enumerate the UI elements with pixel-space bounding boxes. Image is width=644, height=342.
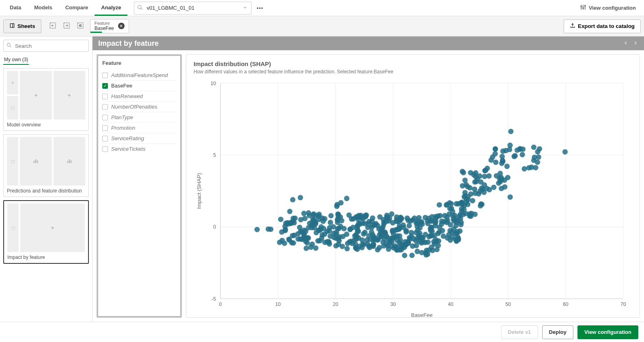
svg-point-532 xyxy=(476,191,481,197)
svg-text:40: 40 xyxy=(448,301,454,307)
svg-point-287 xyxy=(353,242,358,247)
svg-point-7 xyxy=(584,5,586,6)
svg-point-80 xyxy=(283,227,288,232)
selection-forward-icon[interactable] xyxy=(62,21,71,31)
checkbox-icon[interactable] xyxy=(102,94,108,99)
svg-point-497 xyxy=(460,183,465,188)
filter-chip-feature[interactable]: Feature BaseFee ✕ xyxy=(90,19,129,33)
sheet-card-impact-by-feature[interactable]: ▢ ✦ Impact by feature xyxy=(3,200,89,264)
svg-point-417 xyxy=(419,219,424,224)
svg-point-219 xyxy=(389,211,394,216)
checkbox-icon[interactable] xyxy=(102,136,108,141)
svg-point-407 xyxy=(429,244,434,250)
svg-point-289 xyxy=(365,225,370,230)
svg-point-261 xyxy=(379,232,384,237)
checkbox-icon[interactable] xyxy=(102,115,108,120)
checkbox-icon[interactable] xyxy=(102,146,108,152)
next-sheet-icon[interactable] xyxy=(633,39,638,48)
more-menu-button[interactable]: ••• xyxy=(256,5,263,11)
content-row: Feature AdditionalFeatureSpend✓BaseFeeHa… xyxy=(93,50,644,322)
selection-clear-icon[interactable] xyxy=(76,21,84,31)
tab-compare[interactable]: Compare xyxy=(59,0,95,16)
svg-point-132 xyxy=(317,238,323,243)
feature-item-servicetickets[interactable]: ServiceTickets xyxy=(102,144,176,154)
svg-point-230 xyxy=(386,246,391,252)
svg-text:10: 10 xyxy=(275,301,281,307)
svg-point-3 xyxy=(581,6,582,7)
svg-point-512 xyxy=(462,177,467,183)
svg-point-165 xyxy=(339,218,344,223)
sheets-label: Sheets xyxy=(17,23,35,29)
tab-data[interactable]: Data xyxy=(3,0,28,16)
svg-point-5 xyxy=(583,8,584,9)
sheets-button[interactable]: Sheets xyxy=(3,19,41,33)
svg-point-559 xyxy=(493,146,498,152)
feature-item-label: ServiceRating xyxy=(111,135,144,141)
svg-point-54 xyxy=(254,227,260,232)
svg-point-515 xyxy=(470,198,475,203)
sheet-card-model-overview[interactable]: ✦▢ ✦ ✦ Model overview xyxy=(3,68,89,131)
svg-text:5: 5 xyxy=(213,152,216,158)
svg-point-478 xyxy=(437,225,442,230)
svg-point-377 xyxy=(428,233,433,238)
svg-point-533 xyxy=(472,179,478,184)
sheets-search-input[interactable] xyxy=(3,40,89,52)
svg-rect-23 xyxy=(70,160,71,163)
svg-point-521 xyxy=(461,207,467,212)
sheets-icon xyxy=(9,23,15,30)
model-select[interactable]: v01_LGBMC_01_01 xyxy=(134,2,252,15)
close-icon[interactable]: ✕ xyxy=(118,23,125,29)
svg-point-527 xyxy=(472,212,478,217)
feature-item-promotion[interactable]: Promotion xyxy=(102,123,176,133)
feature-item-basefee[interactable]: ✓BaseFee xyxy=(102,81,176,91)
checkbox-icon[interactable]: ✓ xyxy=(102,83,108,89)
svg-point-538 xyxy=(486,173,491,179)
svg-point-297 xyxy=(371,234,376,239)
svg-point-420 xyxy=(435,243,441,248)
tab-models[interactable]: Models xyxy=(28,0,59,16)
deploy-button[interactable]: Deploy xyxy=(542,325,573,339)
svg-point-409 xyxy=(428,228,433,233)
main-area: My own (3) ✦▢ ✦ ✦ Model overview ▢ Predi… xyxy=(0,36,644,322)
checkbox-icon[interactable] xyxy=(102,73,108,78)
selection-back-icon[interactable] xyxy=(49,21,57,31)
svg-point-588 xyxy=(562,149,568,154)
chart-area[interactable]: 010203040506070-50510BaseFeeImpact (SHAP… xyxy=(194,79,632,321)
export-data-button[interactable]: Export data to catalog xyxy=(564,19,641,33)
svg-point-127 xyxy=(338,224,343,229)
svg-point-411 xyxy=(415,235,420,241)
checkbox-icon[interactable] xyxy=(102,104,108,110)
svg-point-583 xyxy=(529,165,534,170)
svg-point-579 xyxy=(536,154,541,160)
svg-point-531 xyxy=(471,172,476,177)
view-configuration-link[interactable]: View configuration xyxy=(580,4,641,12)
view-configuration-button[interactable]: View configuration xyxy=(577,325,638,339)
svg-point-524 xyxy=(461,212,466,217)
feature-item-servicerating[interactable]: ServiceRating xyxy=(102,133,176,144)
svg-point-362 xyxy=(419,240,424,246)
tab-analyze[interactable]: Analyze xyxy=(95,0,127,16)
svg-point-372 xyxy=(410,244,415,249)
sheets-search xyxy=(3,40,89,52)
sheet-card-predictions[interactable]: ▢ Predictions and feature distribution xyxy=(3,134,89,197)
prev-sheet-icon[interactable] xyxy=(623,39,629,48)
svg-point-174 xyxy=(326,239,332,244)
sheet-label: Predictions and feature distribution xyxy=(7,188,85,194)
feature-item-label: AdditionalFeatureSpend xyxy=(111,72,168,78)
svg-point-166 xyxy=(335,212,340,217)
svg-text:60: 60 xyxy=(563,301,569,307)
bottom-bar: Delete v1 Deploy View configuration xyxy=(0,322,644,342)
svg-point-163 xyxy=(344,231,349,237)
puzzle-icon: ✦ xyxy=(67,92,71,98)
chart-subtitle: How different values in a selected featu… xyxy=(194,69,632,75)
feature-item-additionalfeaturespend[interactable]: AdditionalFeatureSpend xyxy=(102,70,176,81)
feature-item-numberofpenalties[interactable]: NumberOfPenalties xyxy=(102,102,176,112)
svg-point-558 xyxy=(489,157,494,162)
svg-point-550 xyxy=(504,164,510,169)
feature-item-hasrenewed[interactable]: HasRenewed xyxy=(102,91,176,102)
feature-item-label: PlanType xyxy=(111,114,133,120)
checkbox-icon[interactable] xyxy=(102,125,108,131)
feature-panel-header: Feature xyxy=(102,60,176,66)
feature-item-plantype[interactable]: PlanType xyxy=(102,112,176,123)
model-selector[interactable]: v01_LGBMC_01_01 xyxy=(134,2,252,15)
